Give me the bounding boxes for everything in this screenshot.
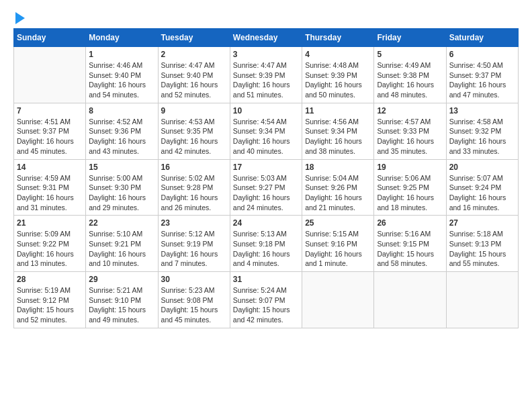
col-tuesday: Tuesday xyxy=(158,29,230,47)
day-detail-text: Sunrise: 4:54 AM xyxy=(233,117,299,127)
day-detail-text: Sunset: 9:07 PM xyxy=(233,295,299,306)
day-detail-text: Daylight: 16 hours xyxy=(89,136,154,146)
table-row: 12Sunrise: 4:57 AMSunset: 9:33 PMDayligh… xyxy=(374,103,446,159)
day-number: 1 xyxy=(89,50,154,59)
day-number: 26 xyxy=(377,218,443,228)
day-detail-text: Sunset: 9:31 PM xyxy=(17,183,83,193)
day-number: 3 xyxy=(233,50,299,59)
day-detail-text: Sunrise: 5:12 AM xyxy=(161,229,227,239)
table-row xyxy=(14,47,86,103)
day-detail-text: Daylight: 16 hours xyxy=(305,249,371,259)
table-row: 3Sunrise: 4:47 AMSunset: 9:39 PMDaylight… xyxy=(230,47,302,103)
day-detail-text: and 40 minutes. xyxy=(233,146,299,156)
day-number: 16 xyxy=(161,163,227,172)
day-detail-text: Sunrise: 5:02 AM xyxy=(161,173,227,183)
day-detail-text: Daylight: 16 hours xyxy=(161,136,227,146)
table-row: 26Sunrise: 5:16 AMSunset: 9:15 PMDayligh… xyxy=(374,216,446,272)
table-row: 18Sunrise: 5:04 AMSunset: 9:26 PMDayligh… xyxy=(302,159,374,216)
day-detail-text: and 7 minutes. xyxy=(161,259,227,269)
day-detail-text: and 52 minutes. xyxy=(17,315,83,325)
col-wednesday: Wednesday xyxy=(230,29,302,47)
day-detail-text: Sunrise: 5:16 AM xyxy=(377,229,443,239)
day-detail-text: Daylight: 15 hours xyxy=(377,249,443,259)
day-detail-text: Sunset: 9:40 PM xyxy=(161,71,227,81)
day-detail-text: Sunset: 9:08 PM xyxy=(161,295,227,306)
day-detail-text: Sunrise: 5:23 AM xyxy=(161,285,227,295)
day-detail-text: and 24 minutes. xyxy=(233,203,299,213)
day-detail-text: Sunset: 9:13 PM xyxy=(449,239,515,249)
day-detail-text: Sunset: 9:34 PM xyxy=(233,126,299,136)
day-detail-text: and 42 minutes. xyxy=(161,146,227,156)
day-number: 19 xyxy=(377,163,443,172)
day-detail-text: Sunset: 9:24 PM xyxy=(449,183,515,193)
day-detail-text: Sunset: 9:40 PM xyxy=(89,71,154,81)
table-row: 15Sunrise: 5:00 AMSunset: 9:30 PMDayligh… xyxy=(86,159,158,216)
day-number: 15 xyxy=(89,163,154,172)
col-saturday: Saturday xyxy=(446,29,518,47)
day-detail-text: Daylight: 16 hours xyxy=(17,193,83,203)
day-number: 14 xyxy=(17,163,83,172)
table-row: 19Sunrise: 5:06 AMSunset: 9:25 PMDayligh… xyxy=(374,159,446,216)
day-detail-text: Daylight: 16 hours xyxy=(233,249,299,259)
day-number: 6 xyxy=(449,50,515,59)
day-detail-text: Sunset: 9:34 PM xyxy=(305,126,371,136)
day-number: 12 xyxy=(377,106,443,116)
day-detail-text: Sunrise: 4:56 AM xyxy=(305,117,371,127)
day-detail-text: and 18 minutes. xyxy=(377,203,443,213)
day-number: 5 xyxy=(377,50,443,59)
day-detail-text: Daylight: 15 hours xyxy=(233,305,299,315)
day-number: 25 xyxy=(305,218,371,228)
day-detail-text: Sunrise: 5:24 AM xyxy=(233,285,299,295)
day-detail-text: and 47 minutes. xyxy=(449,90,515,100)
table-row: 22Sunrise: 5:10 AMSunset: 9:21 PMDayligh… xyxy=(86,216,158,272)
table-row: 30Sunrise: 5:23 AMSunset: 9:08 PMDayligh… xyxy=(158,272,230,328)
col-monday: Monday xyxy=(86,29,158,47)
logo xyxy=(13,13,25,21)
table-row xyxy=(374,272,446,328)
table-row: 5Sunrise: 4:49 AMSunset: 9:38 PMDaylight… xyxy=(374,47,446,103)
day-detail-text: Sunrise: 5:21 AM xyxy=(89,285,154,295)
day-detail-text: and 4 minutes. xyxy=(233,259,299,269)
table-row: 10Sunrise: 4:54 AMSunset: 9:34 PMDayligh… xyxy=(230,103,302,159)
day-detail-text: Sunrise: 5:13 AM xyxy=(233,229,299,239)
day-detail-text: and 43 minutes. xyxy=(89,146,154,156)
table-row: 29Sunrise: 5:21 AMSunset: 9:10 PMDayligh… xyxy=(86,272,158,328)
day-detail-text: Sunrise: 4:47 AM xyxy=(161,60,227,71)
day-detail-text: Daylight: 16 hours xyxy=(161,193,227,203)
day-detail-text: Sunrise: 4:46 AM xyxy=(89,60,154,71)
day-number: 28 xyxy=(17,275,83,284)
day-detail-text: and 13 minutes. xyxy=(17,259,83,269)
day-detail-text: Sunrise: 5:09 AM xyxy=(17,229,83,239)
day-detail-text: and 52 minutes. xyxy=(161,90,227,100)
day-detail-text: Daylight: 16 hours xyxy=(377,80,443,90)
day-detail-text: Daylight: 16 hours xyxy=(377,193,443,203)
day-detail-text: Sunrise: 5:06 AM xyxy=(377,173,443,183)
day-detail-text: and 54 minutes. xyxy=(89,90,154,100)
day-detail-text: and 33 minutes. xyxy=(449,146,515,156)
day-detail-text: and 51 minutes. xyxy=(233,90,299,100)
day-number: 9 xyxy=(161,106,227,116)
table-row: 23Sunrise: 5:12 AMSunset: 9:19 PMDayligh… xyxy=(158,216,230,272)
day-detail-text: Daylight: 16 hours xyxy=(89,80,154,90)
day-detail-text: and 48 minutes. xyxy=(377,90,443,100)
day-detail-text: Sunset: 9:18 PM xyxy=(233,239,299,249)
table-row: 17Sunrise: 5:03 AMSunset: 9:27 PMDayligh… xyxy=(230,159,302,216)
day-detail-text: Sunrise: 4:53 AM xyxy=(161,117,227,127)
table-row: 28Sunrise: 5:19 AMSunset: 9:12 PMDayligh… xyxy=(14,272,86,328)
table-row: 31Sunrise: 5:24 AMSunset: 9:07 PMDayligh… xyxy=(230,272,302,328)
day-detail-text: Sunrise: 4:49 AM xyxy=(377,60,443,71)
day-detail-text: and 55 minutes. xyxy=(449,259,515,269)
day-detail-text: and 58 minutes. xyxy=(377,259,443,269)
day-detail-text: Sunset: 9:28 PM xyxy=(161,183,227,193)
table-row: 8Sunrise: 4:52 AMSunset: 9:36 PMDaylight… xyxy=(86,103,158,159)
day-detail-text: Daylight: 16 hours xyxy=(449,136,515,146)
table-row: 24Sunrise: 5:13 AMSunset: 9:18 PMDayligh… xyxy=(230,216,302,272)
day-detail-text: Daylight: 16 hours xyxy=(89,249,154,259)
day-detail-text: Sunrise: 5:19 AM xyxy=(17,285,83,295)
day-detail-text: Sunrise: 5:04 AM xyxy=(305,173,371,183)
day-detail-text: Sunset: 9:21 PM xyxy=(89,239,154,249)
day-detail-text: Sunset: 9:26 PM xyxy=(305,183,371,193)
day-detail-text: Sunrise: 5:18 AM xyxy=(449,229,515,239)
day-detail-text: Daylight: 16 hours xyxy=(233,193,299,203)
col-sunday: Sunday xyxy=(14,29,86,47)
